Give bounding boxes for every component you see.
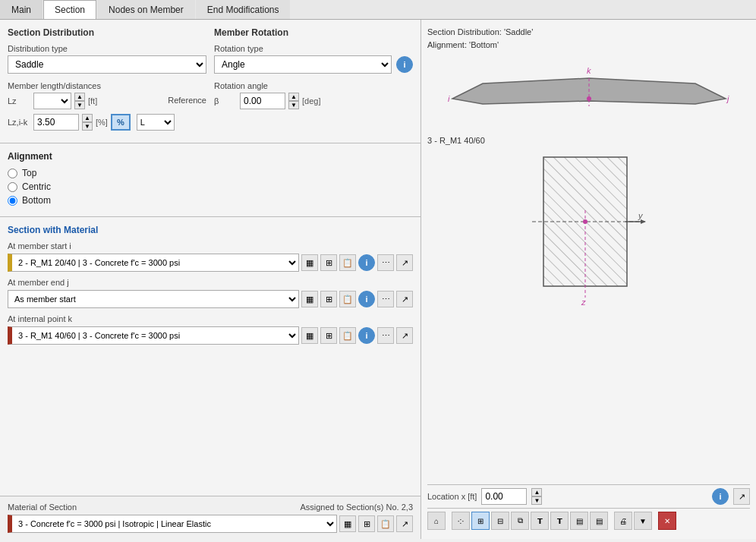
internal-chart-btn[interactable]: ▦ [301,327,318,344]
end-chart-btn[interactable]: ▦ [301,291,318,307]
start-material-select[interactable]: 2 - R_M1 20/40 | 3 - Concrete f'c = 3000… [8,254,299,272]
tb-view3-btn[interactable]: 𝗧 [550,512,569,530]
alignment-bottom-label: Bottom [22,195,51,206]
start-edit-btn[interactable]: ⊞ [320,254,337,271]
alignment-top-label: Top [22,168,36,178]
end-arrow-btn[interactable]: ↗ [396,291,413,307]
location-input[interactable] [481,488,527,505]
tb-view2-btn[interactable]: 𝗧 [531,512,549,530]
lz-down-btn[interactable]: ▼ [74,101,85,109]
cross-section-diagram: y z [427,150,750,317]
tb-close-btn[interactable]: ✕ [658,512,676,530]
member-rotation-title: Member Rotation [214,27,413,38]
cross-section-svg: y z [513,150,665,317]
svg-text:k: k [587,66,591,75]
svg-text:y: y [638,211,644,220]
tab-section[interactable]: Section [43,0,96,19]
beta-row: β ▲ ▼ [deg] [214,93,413,109]
tb-print-btn[interactable]: 🖨 [614,512,632,530]
mat-footer-chart-btn[interactable]: ▦ [339,515,356,532]
tab-main[interactable]: Main [0,0,43,19]
rotation-type-select[interactable]: Angle [214,55,392,74]
start-chart-btn[interactable]: ▦ [301,254,318,271]
start-arrow-btn[interactable]: ↗ [396,254,413,271]
section-desc: Section Distribution: 'Saddle' Alignment… [427,26,750,51]
lz-unit: [ft] [88,96,97,106]
loc-up-btn[interactable]: ▲ [531,488,542,496]
lz-select[interactable] [33,93,71,109]
svg-text:z: z [581,298,586,307]
material-footer-group: Material of Section Assigned to Section(… [0,496,421,539]
loc-settings-btn[interactable]: ↗ [733,488,750,505]
tb-table1-btn[interactable]: ▤ [570,512,588,530]
beta-up-btn[interactable]: ▲ [288,93,299,101]
lz-up-btn[interactable]: ▲ [74,93,85,101]
lzik-input[interactable] [33,114,79,131]
end-copy-btn[interactable]: 📋 [339,291,356,307]
start-copy-btn[interactable]: 📋 [339,254,356,271]
at-start-label: At member start i [8,241,413,251]
lzik-row: Lz,i-k ▲ ▼ [%] % L [8,114,206,131]
beta-down-btn[interactable]: ▼ [288,101,299,109]
internal-edit-btn[interactable]: ⊞ [320,327,337,344]
internal-more-btn[interactable]: ⋯ [377,327,394,344]
alignment-centric-radio[interactable] [8,182,17,192]
material-of-section-title: Material of Section [8,503,77,512]
tb-dropdown-btn[interactable]: ▼ [634,512,652,530]
mat-footer-copy-btn[interactable]: 📋 [377,515,394,532]
lz-row: Lz ▲ ▼ [ft] Reference [8,93,206,109]
percent-btn[interactable]: % [111,114,131,131]
end-edit-btn[interactable]: ⊞ [320,291,337,307]
end-more-btn[interactable]: ⋯ [377,291,394,307]
section-with-material-title: Section with Material [8,225,413,235]
material-footer-select[interactable]: 3 - Concrete f'c = 3000 psi | Isotropic … [8,515,337,533]
svg-text:i: i [448,94,450,103]
cross-section-label: 3 - R_M1 40/60 [427,136,485,145]
start-info-btn[interactable]: i [358,254,375,271]
alignment-bottom-radio[interactable] [8,196,17,206]
lzik-unit: [%] [96,118,108,127]
tb-dot-btn[interactable]: ·:· [452,512,470,530]
beta-unit: [deg] [302,96,320,106]
tb-home-btn[interactable]: ⌂ [427,512,446,530]
loc-info-btn[interactable]: i [712,488,729,505]
internal-copy-btn[interactable]: 📋 [339,327,356,344]
alignment-centric-row: Centric [8,181,413,192]
alignment-group: Alignment Top Centric Bottom [0,143,421,217]
section-distribution-title: Section Distribution [8,27,206,38]
beta-input[interactable] [240,93,285,109]
mat-footer-edit-btn[interactable]: ⊞ [358,515,375,532]
end-material-select[interactable]: As member start [8,290,299,308]
distribution-type-select[interactable]: Saddle [8,55,206,74]
right-panel: Section Distribution: 'Saddle' Alignment… [421,20,756,539]
tb-table2-btn[interactable]: ▤ [590,512,608,530]
reference-select[interactable]: L [137,114,175,131]
tab-endmod[interactable]: End Modifications [196,0,291,19]
alignment-top-row: Top [8,168,413,178]
beta-label: β [214,96,237,106]
internal-info-btn[interactable]: i [358,327,375,344]
assigned-label: Assigned to Section(s) No. 2,3 [300,503,413,512]
end-info-btn[interactable]: i [358,291,375,307]
at-end-label: At member end j [8,278,413,287]
internal-arrow-btn[interactable]: ↗ [396,327,413,344]
tab-nodes[interactable]: Nodes on Member [97,0,195,19]
tb-grid2-btn[interactable]: ⊟ [491,512,509,530]
lzik-down-btn[interactable]: ▼ [82,122,93,131]
loc-down-btn[interactable]: ▼ [531,496,542,505]
tb-grid1-btn[interactable]: ⊞ [471,512,490,530]
beam-diagram-svg: i j k [445,57,733,133]
material-footer-row: 3 - Concrete f'c = 3000 psi | Isotropic … [8,515,413,533]
internal-material-select[interactable]: 3 - R_M1 40/60 | 3 - Concrete f'c = 3000… [8,326,299,345]
mat-footer-arrow-btn[interactable]: ↗ [396,515,413,532]
rotation-info-btn[interactable]: i [396,56,413,73]
tb-view1-btn[interactable]: ⧉ [511,512,529,530]
lzik-up-btn[interactable]: ▲ [82,114,93,122]
rot-angle-label: Rotation angle [214,81,413,90]
lz-label: Lz [8,96,30,106]
alignment-top-radio[interactable] [8,169,17,178]
section-with-material-group: Section with Material At member start i … [0,217,421,496]
alignment-title: Alignment [8,151,413,162]
start-more-btn[interactable]: ⋯ [377,254,394,271]
rot-type-label: Rotation type [214,44,413,53]
